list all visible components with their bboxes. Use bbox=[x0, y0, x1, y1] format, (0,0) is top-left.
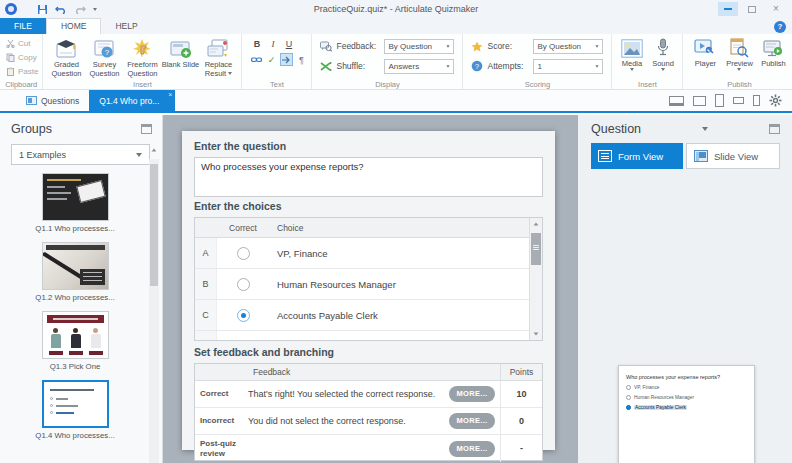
choice-row-c[interactable]: C Accounts Payable Clerk bbox=[195, 300, 542, 331]
attempts-icon: ? bbox=[471, 60, 483, 72]
blank-slide-button[interactable]: Blank Slide bbox=[161, 37, 199, 78]
tab-file[interactable]: FILE bbox=[0, 18, 46, 34]
choices-scrollbar[interactable] bbox=[529, 218, 542, 340]
copy-button[interactable]: Copy bbox=[6, 51, 38, 64]
scroll-up-icon[interactable] bbox=[152, 148, 157, 151]
bold-button[interactable]: B bbox=[250, 37, 263, 50]
gear-icon[interactable] bbox=[769, 94, 782, 107]
player-button[interactable]: Player bbox=[689, 37, 721, 71]
thumbnail-q1-2-label: Q1.2 Who processes... bbox=[0, 293, 150, 302]
thumbnail-q1-4-selected[interactable] bbox=[42, 380, 109, 428]
survey-question-button[interactable]: ? Survey Question bbox=[85, 37, 123, 78]
groups-scrollbar[interactable] bbox=[149, 159, 159, 463]
phone-portrait-icon[interactable] bbox=[753, 95, 760, 106]
paragraph-marks-button[interactable]: ¶ bbox=[296, 53, 308, 66]
tab-questions[interactable]: Questions bbox=[16, 90, 89, 111]
tab-q14-active[interactable]: Q1.4 Who pro... × bbox=[89, 90, 175, 111]
choice-b-radio[interactable] bbox=[237, 278, 250, 291]
incorrect-feedback-text[interactable]: You did not select the correct response. bbox=[245, 416, 449, 426]
publish-button[interactable]: Publish bbox=[757, 37, 789, 71]
incorrect-more-button[interactable]: MORE... bbox=[449, 413, 495, 429]
tablet-landscape-icon[interactable] bbox=[693, 96, 706, 106]
shuffle-select[interactable]: Answers bbox=[384, 59, 454, 74]
question-panel-collapse-icon[interactable] bbox=[769, 124, 780, 134]
app-window: PracticeQuiz.quiz* - Articulate Quizmake… bbox=[0, 0, 792, 463]
thumbnail-q1-1[interactable] bbox=[42, 173, 109, 221]
correct-points[interactable]: 10 bbox=[500, 381, 542, 407]
choice-c-text[interactable]: Accounts Payable Clerk bbox=[269, 310, 529, 321]
choice-c-radio-selected[interactable] bbox=[237, 309, 250, 322]
attempts-select[interactable]: 1 bbox=[533, 59, 603, 74]
tablet-portrait-icon[interactable] bbox=[715, 94, 724, 107]
question-text-input[interactable]: Who processes your expense reports? bbox=[194, 157, 543, 197]
choice-a-radio[interactable] bbox=[237, 247, 250, 260]
undo-icon[interactable] bbox=[55, 4, 67, 14]
freeform-question-button[interactable]: Freeform Question bbox=[123, 37, 161, 78]
cut-button[interactable]: Cut bbox=[6, 37, 38, 50]
app-logo-icon[interactable] bbox=[5, 3, 17, 15]
qat-customize-dropdown-icon[interactable] bbox=[93, 8, 97, 11]
feedback-table: Feedback Points Correct That's right! Yo… bbox=[194, 363, 543, 461]
postquiz-more-button[interactable]: MORE... bbox=[449, 441, 495, 457]
sound-button[interactable]: Sound bbox=[649, 37, 676, 71]
slide-view-button[interactable]: Slide View bbox=[686, 143, 780, 169]
spellcheck-button[interactable]: ✓ bbox=[265, 53, 277, 66]
sound-mic-icon bbox=[657, 38, 669, 58]
question-panel-dropdown-icon[interactable] bbox=[702, 127, 708, 131]
choice-row-d[interactable]: D Click to enter a choice bbox=[195, 331, 542, 341]
preview-button[interactable]: Preview bbox=[723, 37, 755, 71]
italic-button[interactable]: I bbox=[266, 37, 279, 50]
form-view-button[interactable]: Form View bbox=[591, 143, 683, 169]
replace-result-button[interactable]: Replace Result bbox=[199, 37, 237, 78]
tab-home[interactable]: HOME bbox=[46, 18, 102, 34]
save-icon[interactable] bbox=[37, 4, 48, 15]
cut-label: Cut bbox=[18, 39, 30, 48]
text-direction-icon bbox=[281, 56, 291, 64]
paste-button[interactable]: Paste bbox=[6, 65, 38, 78]
slide-preview-card[interactable]: Who processes your expense reports? VP, … bbox=[618, 365, 755, 463]
underline-button[interactable]: U bbox=[282, 37, 295, 50]
question-panel: Question Form View Slide View Who proces… bbox=[578, 115, 792, 463]
questions-tab-label: Questions bbox=[41, 96, 79, 106]
postquiz-points[interactable]: - bbox=[500, 435, 542, 462]
title-bar: PracticeQuiz.quiz* - Articulate Quizmake… bbox=[0, 0, 792, 18]
score-select[interactable]: By Question bbox=[533, 39, 603, 54]
text-direction-button[interactable] bbox=[280, 53, 292, 66]
form-editor-background: Enter the question Who processes your ex… bbox=[163, 115, 578, 463]
hyperlink-button[interactable] bbox=[250, 53, 262, 66]
choices-scroll-down-icon[interactable] bbox=[534, 332, 539, 335]
window-title: PracticeQuiz.quiz* - Articulate Quizmake… bbox=[0, 4, 792, 14]
choice-row-b[interactable]: B Human Resources Manager bbox=[195, 269, 542, 300]
group-select-dropdown[interactable]: 1 Examples bbox=[11, 144, 150, 165]
ribbon-group-text: B I U ✓ ¶ Text bbox=[242, 34, 312, 89]
feedback-column-header: Feedback bbox=[245, 367, 500, 377]
redo-icon[interactable] bbox=[74, 4, 86, 14]
choice-row-a[interactable]: A VP, Finance bbox=[195, 238, 542, 269]
help-icon[interactable]: ? bbox=[774, 21, 786, 33]
thumbnail-q1-3[interactable] bbox=[42, 311, 109, 359]
laptop-preview-icon[interactable] bbox=[669, 96, 684, 106]
panel-collapse-icon[interactable] bbox=[141, 124, 152, 134]
choice-a-text[interactable]: VP, Finance bbox=[269, 248, 529, 259]
correct-feedback-text[interactable]: That's right! You selected the correct r… bbox=[245, 389, 449, 399]
choice-d-placeholder[interactable]: Click to enter a choice bbox=[269, 341, 529, 342]
close-button[interactable]: × bbox=[766, 2, 786, 16]
media-button[interactable]: Media bbox=[618, 37, 645, 71]
choice-b-text[interactable]: Human Resources Manager bbox=[269, 279, 529, 290]
tab-close-icon[interactable]: × bbox=[168, 91, 172, 98]
graded-question-button[interactable]: Graded Question bbox=[47, 37, 85, 78]
correct-more-button[interactable]: MORE... bbox=[449, 386, 495, 402]
feedback-select[interactable]: By Question bbox=[384, 39, 454, 54]
scrollbar-thumb[interactable] bbox=[150, 164, 158, 286]
phone-landscape-icon[interactable] bbox=[733, 97, 744, 104]
question-panel-title: Question bbox=[591, 122, 641, 136]
slide-view-label: Slide View bbox=[714, 151, 758, 162]
choices-scrollbar-thumb[interactable] bbox=[531, 233, 541, 265]
incorrect-points[interactable]: 0 bbox=[500, 408, 542, 434]
tab-help[interactable]: HELP bbox=[101, 18, 151, 34]
feedback-section-label: Set feedback and branching bbox=[194, 346, 543, 358]
maximize-button[interactable] bbox=[742, 2, 762, 16]
thumbnail-q1-2[interactable] bbox=[42, 242, 109, 290]
choices-scroll-up-icon[interactable] bbox=[534, 222, 539, 225]
minimize-button[interactable] bbox=[718, 2, 738, 16]
